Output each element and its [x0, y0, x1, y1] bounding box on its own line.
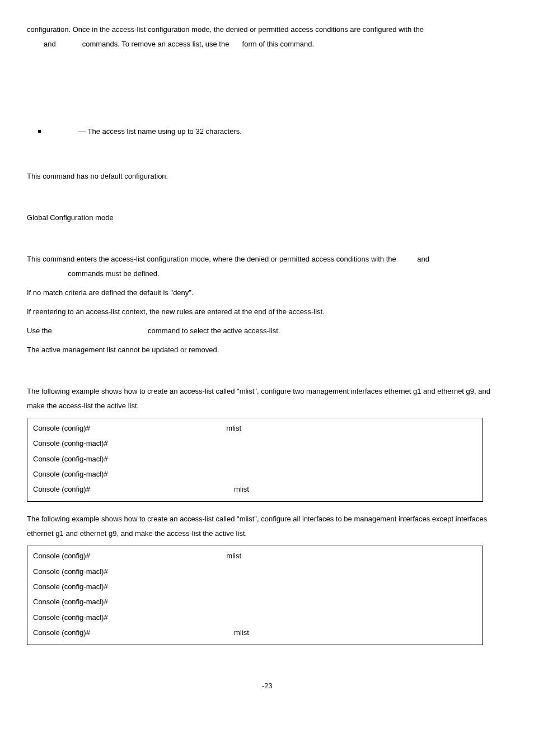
table-row: Console (config)# management access-clas… [33, 482, 477, 497]
page-number-visible: -23 [262, 682, 273, 690]
table-row: Console (config-macl)# permit ethernet g… [33, 436, 477, 451]
guidelines-p2: If no match criteria are defined the def… [27, 286, 503, 300]
arg: mlist [234, 625, 249, 640]
arg: g1 [190, 564, 198, 579]
command-mode-heading: Command Mode [27, 194, 503, 208]
page-body: configuration. Once in the access-list c… [0, 0, 534, 704]
guidelines-mac: management access-class [54, 326, 146, 335]
intro-text-1: configuration. Once in the access-list c… [27, 25, 426, 34]
table-row: Console (config-macl)# deny ethernet g9 [33, 579, 477, 594]
prompt: Console (config-macl)# [33, 564, 142, 579]
cmd: management access-class [142, 482, 234, 497]
syntax-heading: Syntax [27, 65, 503, 80]
guidelines-p4a: Use the [27, 326, 54, 335]
intro-paragraph: configuration. Once in the access-list c… [27, 22, 503, 52]
example-box-2: Console (config)# management access-list… [27, 545, 483, 645]
arg: mlist [226, 548, 241, 563]
intro-deny-bold: deny [426, 25, 443, 34]
cmd: exit [142, 610, 154, 625]
default-config-text: This command has no default configuratio… [27, 169, 503, 184]
table-row: Console (config-macl)# exit [33, 466, 477, 482]
default-config-heading: Default Configuration [27, 152, 503, 167]
guidelines-p1: This command enters the access-list conf… [27, 252, 503, 281]
arg: g1 [195, 436, 203, 451]
intro-permit-bold: permit [58, 40, 80, 48]
guidelines-p3: If reentering to an access-list context,… [27, 305, 503, 319]
arg: mlist [234, 482, 249, 497]
table-row: Console (config)# management access-clas… [33, 625, 477, 640]
arg: mlist [226, 421, 241, 436]
prompt: Console (config)# [33, 421, 142, 436]
arg: g9 [190, 579, 198, 594]
examples-heading: Examples [27, 367, 503, 382]
examples-p2: The following example shows how to creat… [27, 512, 503, 541]
table-row: Console (config-macl)# permit [33, 594, 477, 609]
bullet-desc: — The access list name using up to 32 ch… [78, 127, 242, 136]
guidelines-p4b: command to select the active access-list… [148, 326, 280, 335]
bullet-name: name [57, 127, 75, 136]
prompt: Console (config-macl)# [33, 451, 142, 466]
syntax-line-1: management access-list name [44, 82, 503, 96]
cmd: deny ethernet [142, 564, 190, 579]
page-number-prefix: 4 [257, 682, 261, 690]
cmd: management access-class [142, 625, 234, 640]
guidelines-p4: Use the management access-class command … [27, 324, 503, 338]
prompt: Console (config-macl)# [33, 610, 142, 625]
bullet-icon [38, 130, 41, 133]
arg: g9 [195, 451, 203, 466]
command-mode-text: Global Configuration mode [27, 211, 503, 225]
prompt: Console (config-macl)# [33, 466, 142, 482]
intro-and: and [44, 40, 58, 48]
prompt: Console (config)# [33, 548, 142, 563]
guidelines-p1a: This command enters the access-list conf… [27, 255, 398, 263]
guidelines-permit: permit [44, 267, 66, 281]
examples-p1: The following example shows how to creat… [27, 384, 503, 413]
table-row: Console (config-macl)# permit ethernet g… [33, 451, 477, 466]
cmd: management access-list [142, 421, 226, 436]
page-number: 4-23 [27, 679, 503, 693]
intro-text-2: commands. To remove an access list, use … [82, 40, 231, 48]
user-guidelines-heading: User Guidelines [27, 235, 503, 250]
prompt: Console (config)# [33, 625, 142, 640]
prompt: Console (config-macl)# [33, 436, 142, 451]
guidelines-and: and [417, 255, 429, 263]
cmd: deny ethernet [142, 579, 190, 594]
syntax-line-2: no management access-list name [44, 96, 503, 111]
table-row: Console (config-macl)# exit [33, 610, 477, 625]
prompt: Console (config-macl)# [33, 594, 142, 609]
intro-no-bold: no [231, 40, 240, 48]
table-row: Console (config)# management access-list… [33, 548, 477, 563]
guidelines-p5: The active management list cannot be upd… [27, 343, 503, 357]
table-row: Console (config)# management access-list… [33, 421, 477, 436]
cmd: permit [142, 594, 165, 609]
example-box-1: Console (config)# management access-list… [27, 418, 483, 502]
guidelines-p1b: commands must be defined. [68, 269, 159, 278]
intro-text-3: form of this command. [242, 40, 315, 48]
bullet-item: name — The access list name using up to … [38, 124, 503, 139]
table-row: Console (config-macl)# deny ethernet g1 [33, 564, 477, 579]
cmd: management access-list [142, 548, 226, 563]
cmd: exit [142, 466, 154, 482]
guidelines-deny: deny [398, 255, 415, 263]
prompt: Console (config-macl)# [33, 579, 142, 594]
cmd: permit ethernet [142, 436, 195, 451]
cmd: permit ethernet [142, 451, 195, 466]
prompt: Console (config)# [33, 482, 142, 497]
